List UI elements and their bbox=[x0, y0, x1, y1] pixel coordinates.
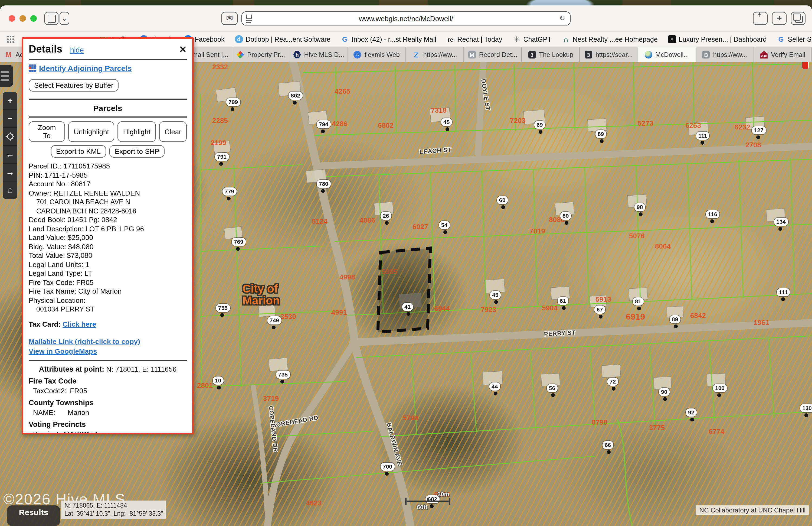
address-number-marker: 735 bbox=[276, 371, 290, 379]
bookmark-item[interactable]: Inbox (42) - r...st Realty Mail bbox=[341, 35, 436, 43]
address-number-marker: 90 bbox=[659, 388, 669, 396]
bookmark-item[interactable]: ChatGPT bbox=[513, 35, 552, 43]
city-label: City of Marion bbox=[243, 283, 280, 307]
google-icon bbox=[777, 35, 785, 43]
map-corner-marker-icon bbox=[802, 62, 808, 69]
window-minimize-button[interactable] bbox=[19, 15, 26, 22]
parcel-number-label: 3719 bbox=[263, 394, 279, 402]
bookmark-item[interactable]: Nest Realty ...ee Homepage bbox=[562, 35, 658, 43]
details-panel: Details hide ✕ Identify Adjoining Parcel… bbox=[21, 38, 194, 435]
zoom-out-button[interactable]: − bbox=[3, 110, 17, 128]
bookmark-item[interactable] bbox=[6, 35, 17, 43]
parcel-action-button[interactable]: Unhighlight bbox=[69, 121, 115, 142]
parcel-number-label: 6263 bbox=[685, 121, 701, 129]
bookmark-item[interactable]: Seller Scoop Link bbox=[777, 35, 812, 43]
address-number-marker: 779 bbox=[222, 187, 236, 196]
bookmark-item[interactable]: Rechat | Today bbox=[447, 35, 502, 43]
sidebar-menu-button[interactable]: ⌄ bbox=[60, 12, 69, 25]
browser-tab[interactable]: flexmls Web bbox=[348, 47, 406, 62]
parcel-number-label: 2332 bbox=[212, 63, 228, 71]
lookup-icon bbox=[585, 51, 592, 58]
select-features-by-buffer-button[interactable]: Select Features by Buffer bbox=[29, 79, 119, 91]
address-number-marker: 56 bbox=[547, 384, 557, 392]
close-icon[interactable]: ✕ bbox=[179, 44, 187, 55]
window-zoom-button[interactable] bbox=[30, 15, 37, 22]
results-tab[interactable]: Results bbox=[7, 506, 60, 526]
address-number-marker: 791 bbox=[215, 153, 229, 161]
parcel-info-line: Total Value: $73,080 bbox=[29, 251, 187, 260]
attribute-section: Voting Precincts Precinct: MARION 4 bbox=[29, 420, 187, 435]
identify-adjoining-link[interactable]: Identify Adjoining Parcels bbox=[29, 64, 187, 73]
address-number-marker: 799 bbox=[226, 98, 240, 106]
forward-button[interactable]: → bbox=[3, 164, 17, 182]
zoom-in-button[interactable]: + bbox=[3, 92, 17, 110]
attribute-row: Precinct: MARION 4 bbox=[29, 430, 187, 435]
parcel-number-label: 3775 bbox=[649, 424, 665, 432]
address-number-marker: 67 bbox=[594, 305, 605, 314]
address-number-marker: 111 bbox=[696, 132, 709, 140]
parcel-action-button[interactable]: Zoom To bbox=[29, 121, 65, 142]
browser-tab[interactable]: https://sear... bbox=[580, 47, 638, 62]
browser-tab[interactable]: Property Pr... bbox=[232, 47, 290, 62]
address-number-marker: 111 bbox=[777, 288, 790, 296]
googlemaps-link[interactable]: View in GoogleMaps bbox=[29, 347, 97, 355]
reader-icon[interactable] bbox=[246, 15, 252, 22]
window-close-button[interactable] bbox=[9, 15, 15, 22]
share-button[interactable] bbox=[753, 12, 768, 25]
parcel-info-line: Account No.: 80817 bbox=[29, 180, 187, 189]
locate-button[interactable] bbox=[3, 128, 17, 146]
address-number-marker: 780 bbox=[317, 180, 331, 188]
browser-tab[interactable]: Hive MLS D... bbox=[290, 47, 348, 62]
parcel-number-label: 7318 bbox=[431, 106, 447, 114]
parcel-number-label: 5124 bbox=[312, 217, 328, 225]
attribute-section-heading: Fire Tax Code bbox=[29, 377, 187, 385]
road-leach bbox=[322, 146, 812, 166]
reload-icon[interactable]: ↻ bbox=[559, 14, 565, 22]
parcel-action-button[interactable]: Highlight bbox=[118, 121, 156, 142]
parcel-number-label: 6774 bbox=[709, 427, 724, 436]
parcel-info-line: Fire Tax Code: FR05 bbox=[29, 278, 187, 287]
parcel-number-label: 6027 bbox=[412, 223, 428, 231]
parcel-number-label: 5273 bbox=[638, 119, 653, 127]
bookmark-item[interactable]: Luxury Presen... | Dashboard bbox=[668, 35, 767, 43]
parcel-number-label: 5985 bbox=[382, 268, 397, 276]
address-number-marker: 802 bbox=[289, 91, 302, 100]
share-icon bbox=[756, 16, 764, 23]
bookmark-item[interactable]: Dotloop | Rea...ent Software bbox=[235, 35, 331, 43]
browser-tab[interactable]: Record Det... bbox=[464, 47, 522, 62]
address-number-marker: 89 bbox=[670, 315, 680, 323]
gmail-icon bbox=[4, 51, 12, 58]
tax-card-link[interactable]: Click here bbox=[62, 320, 96, 328]
export-button[interactable]: Export to KML bbox=[50, 145, 106, 158]
browser-tab[interactable]: https://ww... bbox=[696, 47, 754, 62]
browser-tab[interactable]: The Lookup bbox=[522, 47, 580, 62]
luxury-icon bbox=[668, 35, 676, 43]
home-button[interactable]: ⌂ bbox=[3, 182, 17, 199]
parcel-info-line: PIN: 1711-17-5985 bbox=[29, 171, 187, 180]
browser-tab[interactable]: https://ww... bbox=[406, 47, 464, 62]
sidebar-toggle-button[interactable] bbox=[44, 12, 58, 25]
parcel-number-label: 3530 bbox=[280, 313, 296, 321]
address-bar[interactable]: www.webgis.net/nc/McDowell/ ↻ bbox=[242, 11, 570, 26]
map-nav-column: + − ← → ⌂ bbox=[3, 92, 17, 199]
address-number-marker: 100 bbox=[713, 384, 727, 392]
tab-overview-icon bbox=[795, 16, 803, 23]
parcel-number-label: 6842 bbox=[690, 312, 706, 319]
crosshair-icon bbox=[6, 132, 14, 141]
browser-tab[interactable]: Verify Email bbox=[754, 47, 812, 62]
menu-button[interactable] bbox=[0, 65, 13, 87]
mailable-link[interactable]: Mailable Link (right-click to copy) bbox=[29, 337, 140, 345]
export-button[interactable]: Export to SHP bbox=[110, 145, 165, 158]
parcel-action-button[interactable]: Clear bbox=[159, 121, 187, 142]
lookup-icon bbox=[528, 51, 536, 58]
new-tab-button[interactable]: + bbox=[772, 12, 786, 25]
parcel-number-label: 4998 bbox=[339, 273, 355, 281]
hide-link[interactable]: hide bbox=[70, 46, 84, 54]
tab-overview-button[interactable] bbox=[791, 12, 806, 25]
mail-button[interactable]: ✉ bbox=[221, 12, 238, 25]
browser-tab[interactable]: McDowell... bbox=[638, 47, 696, 62]
address-number-marker: 60 bbox=[497, 196, 508, 204]
back-button[interactable]: ← bbox=[3, 146, 17, 164]
parcel-number-label: 6919 bbox=[626, 312, 645, 322]
bicon-icon bbox=[702, 51, 710, 58]
